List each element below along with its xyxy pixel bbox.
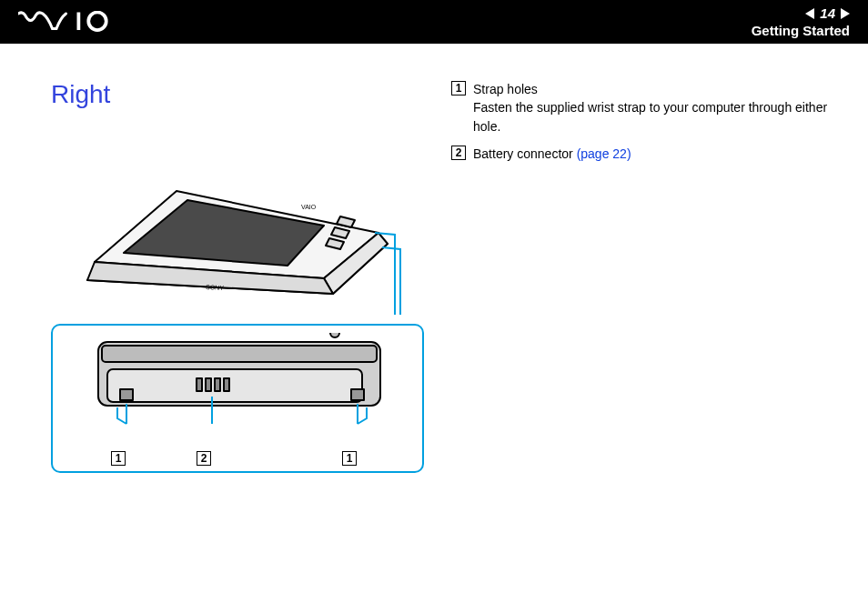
legend-item: 1 Strap holes Fasten the supplied wrist … [451, 80, 841, 136]
callout-num-1-right: 1 [342, 451, 357, 466]
legend-list: 1 Strap holes Fasten the supplied wrist … [451, 80, 841, 163]
svg-rect-6 [107, 369, 362, 402]
device-side-illustration-callout: 1 2 1 [51, 324, 424, 473]
right-column: 1 Strap holes Fasten the supplied wrist … [451, 80, 841, 473]
svg-rect-7 [120, 389, 133, 400]
page-nav: 14 [805, 5, 850, 21]
svg-point-13 [330, 333, 339, 337]
svg-point-1 [88, 13, 106, 31]
svg-rect-5 [102, 346, 377, 362]
svg-rect-0 [77, 13, 81, 31]
prev-page-icon[interactable] [805, 8, 814, 19]
svg-rect-11 [215, 378, 220, 391]
svg-rect-12 [224, 378, 229, 391]
page-header: 14 Getting Started [0, 0, 868, 44]
svg-text:SONY: SONY [206, 284, 225, 291]
svg-text:VAIO: VAIO [301, 204, 317, 210]
legend-num: 2 [451, 146, 466, 160]
page-reference-link[interactable]: (page 22) [577, 146, 631, 161]
callout-number-row: 1 2 1 [62, 451, 413, 466]
callout-num-1-left: 1 [111, 451, 126, 466]
header-right: 14 Getting Started [752, 5, 850, 38]
svg-rect-9 [197, 378, 202, 391]
page-number: 14 [820, 5, 835, 21]
next-page-icon[interactable] [841, 8, 850, 19]
legend-item: 2 Battery connector (page 22) [451, 145, 841, 163]
page-body: Right [0, 44, 868, 473]
svg-rect-8 [351, 389, 364, 400]
legend-title: Battery connector [473, 146, 573, 161]
legend-num: 1 [451, 81, 466, 95]
vaio-logo [18, 11, 127, 33]
legend-desc: Fasten the supplied wrist strap to your … [473, 100, 827, 133]
callout-num-2: 2 [197, 451, 211, 466]
page-title: Right [51, 80, 424, 109]
device-perspective-illustration: VAIO SONY [51, 126, 424, 320]
svg-rect-10 [206, 378, 211, 391]
legend-title: Strap holes [473, 82, 538, 96]
section-title: Getting Started [752, 23, 850, 38]
left-column: Right [51, 80, 424, 473]
